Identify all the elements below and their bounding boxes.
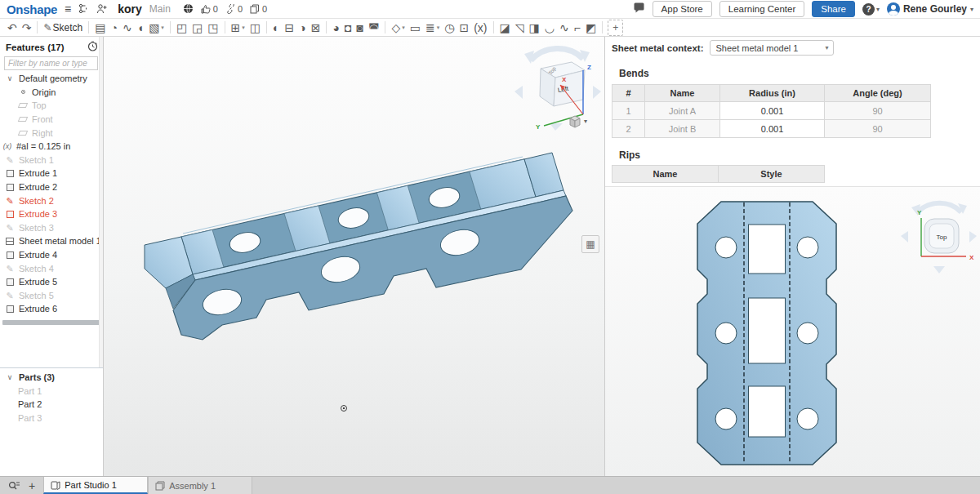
part-item[interactable]: Part 2 bbox=[0, 398, 103, 412]
tab-manager-icon[interactable] bbox=[8, 480, 20, 491]
help-icon[interactable]: ? bbox=[862, 3, 875, 16]
rotate-down-arrow bbox=[933, 266, 945, 274]
redo-tool[interactable]: ↷ bbox=[20, 20, 34, 36]
custom-feature-tool[interactable]: + bbox=[608, 20, 623, 36]
avatar[interactable] bbox=[887, 2, 900, 16]
corner-break-tool[interactable]: ⌐ bbox=[572, 20, 583, 36]
flange-tool[interactable]: ◹ bbox=[513, 20, 527, 36]
view-cube-menu[interactable]: ▾ bbox=[568, 114, 587, 128]
feature-item[interactable]: Extrude 1 bbox=[0, 167, 103, 180]
document-tab[interactable]: Part Studio 1 bbox=[43, 477, 148, 494]
surface-tool[interactable]: ◇▾ bbox=[389, 20, 407, 36]
feature-item[interactable]: ✎Sketch 5 bbox=[0, 289, 103, 303]
links-count[interactable]: 0 bbox=[225, 4, 243, 14]
copies-count[interactable]: 0 bbox=[250, 4, 267, 14]
part-item[interactable]: Part 3 bbox=[0, 412, 103, 425]
feature-item[interactable]: Origin bbox=[0, 86, 103, 100]
split-tool[interactable]: ⊟ bbox=[283, 20, 297, 36]
user-menu[interactable]: Rene Gourley ▾ bbox=[887, 2, 973, 16]
feature-item[interactable]: Right bbox=[0, 126, 103, 140]
feature-item[interactable]: Extrude 2 bbox=[0, 180, 103, 194]
context-select[interactable]: Sheet metal model 1 ▾ bbox=[710, 40, 834, 56]
view-cube[interactable]: Left Top Z Y X bbox=[513, 42, 603, 134]
fold-tool[interactable]: ◡ bbox=[542, 20, 557, 36]
fillet-tool[interactable]: ◰ bbox=[174, 20, 189, 36]
draft-tool[interactable]: ◳ bbox=[205, 20, 220, 36]
variable-icon: (x) bbox=[2, 142, 12, 150]
feature-item[interactable]: Sheet metal model 1 bbox=[0, 234, 103, 248]
delete-part-tool[interactable]: ⊠ bbox=[309, 20, 323, 36]
flat-pattern-drawing[interactable] bbox=[697, 201, 837, 465]
sketch-tool[interactable]: ✎ Sketch bbox=[41, 20, 85, 36]
add-tab-icon[interactable]: + bbox=[29, 479, 35, 492]
share-button[interactable]: Share bbox=[812, 1, 855, 17]
intersect-tool[interactable]: ◑ bbox=[296, 20, 308, 36]
pattern-tool[interactable]: ⊞▾ bbox=[229, 20, 247, 36]
origin-marker[interactable] bbox=[341, 405, 347, 412]
comment-icon[interactable] bbox=[633, 2, 645, 16]
flat-pattern-view[interactable]: Top Y X bbox=[605, 187, 980, 476]
loft-tool[interactable]: ◖ bbox=[135, 20, 146, 36]
feature-item[interactable]: ✎Sketch 2 bbox=[0, 194, 103, 207]
feature-item[interactable]: Front bbox=[0, 113, 103, 127]
modify-fillet-tool[interactable]: ◕ bbox=[330, 20, 341, 36]
tab-tool[interactable]: ◨ bbox=[527, 20, 542, 36]
rip-tool[interactable]: ∿ bbox=[557, 20, 572, 36]
part-item[interactable]: Part 1 bbox=[0, 385, 103, 398]
undo-tool[interactable]: ↶ bbox=[5, 20, 20, 36]
feature-item[interactable]: (x)#al = 0.125 in bbox=[0, 140, 103, 154]
feature-item[interactable]: ∨Default geometry bbox=[0, 72, 103, 86]
feature-item[interactable]: ✎Sketch 4 bbox=[0, 261, 103, 275]
app-store-button[interactable]: App Store bbox=[653, 1, 712, 17]
history-icon[interactable] bbox=[87, 41, 98, 53]
feature-tree: ∨Default geometryOriginTopFrontRight(x)#… bbox=[0, 72, 103, 316]
table-cell[interactable]: 0.001 bbox=[720, 120, 825, 138]
filter-input[interactable] bbox=[4, 56, 98, 70]
main-menu-icon[interactable]: ≡ bbox=[65, 3, 71, 15]
boolean-tool[interactable]: ◐ bbox=[270, 20, 282, 36]
feature-item[interactable]: Extrude 3 bbox=[0, 207, 103, 221]
scrollbar[interactable] bbox=[99, 37, 103, 367]
chamfer-tool[interactable]: ◲ bbox=[189, 20, 205, 36]
document-tab[interactable]: Assembly 1 bbox=[148, 477, 252, 494]
learning-center-button[interactable]: Learning Center bbox=[719, 1, 804, 17]
likes-count[interactable]: 0 bbox=[201, 4, 218, 14]
revolve-tool[interactable]: ◔ bbox=[108, 20, 119, 36]
replace-face-tool[interactable]: ◚ bbox=[366, 20, 382, 36]
finish-sheet-metal-tool[interactable]: ◩ bbox=[583, 20, 599, 36]
table-cell[interactable]: 0.001 bbox=[720, 102, 825, 120]
composite-tool[interactable]: ≣▾ bbox=[423, 20, 442, 36]
sheet-metal-model-tool[interactable]: ◪ bbox=[497, 20, 513, 36]
graphics-viewport[interactable]: Left Top Z Y X ▾ ▦ bbox=[104, 37, 604, 476]
helix-tool[interactable]: ◷ bbox=[442, 20, 457, 36]
thicken-tool[interactable]: ▧▾ bbox=[146, 20, 167, 36]
mirror-tool[interactable]: ◫ bbox=[247, 20, 263, 36]
rollback-bar[interactable] bbox=[2, 320, 100, 325]
panel-divider[interactable] bbox=[0, 367, 103, 368]
extrude-tool[interactable]: ▤ bbox=[92, 20, 108, 36]
feature-item[interactable]: Extrude 5 bbox=[0, 275, 103, 289]
sweep-tool[interactable]: ∿ bbox=[120, 20, 135, 36]
feature-item[interactable]: Extrude 4 bbox=[0, 248, 103, 262]
feature-item[interactable]: ✎Sketch 1 bbox=[0, 154, 103, 167]
parts-header[interactable]: ∨ Parts (3) bbox=[0, 371, 103, 385]
branch-name[interactable]: Main bbox=[149, 3, 171, 15]
follow-icon[interactable] bbox=[96, 3, 107, 16]
onshape-logo[interactable]: Onshape bbox=[7, 2, 57, 16]
document-title[interactable]: kory bbox=[118, 2, 142, 16]
feature-label: #al = 0.125 in bbox=[16, 141, 70, 151]
sheet-metal-part-3d[interactable] bbox=[140, 149, 598, 349]
flat-pattern-toggle-button[interactable]: ▦ bbox=[581, 235, 599, 253]
versions-icon[interactable] bbox=[78, 3, 89, 16]
delete-face-tool[interactable]: ◘ bbox=[342, 20, 354, 36]
plane-tool[interactable]: ▭ bbox=[408, 20, 423, 36]
feature-item[interactable]: Top bbox=[0, 99, 103, 113]
feature-item[interactable]: ✎Sketch 3 bbox=[0, 221, 103, 235]
move-face-tool[interactable]: ◙ bbox=[354, 20, 365, 36]
flat-view-indicator[interactable]: Top Y X bbox=[898, 192, 979, 277]
transform-tool[interactable]: ⊡ bbox=[457, 20, 471, 36]
part-label: Part 2 bbox=[18, 399, 42, 409]
help-menu[interactable]: ? ▾ bbox=[862, 3, 880, 16]
feature-item[interactable]: Extrude 6 bbox=[0, 302, 103, 316]
variable-tool[interactable]: (x) bbox=[471, 20, 489, 36]
